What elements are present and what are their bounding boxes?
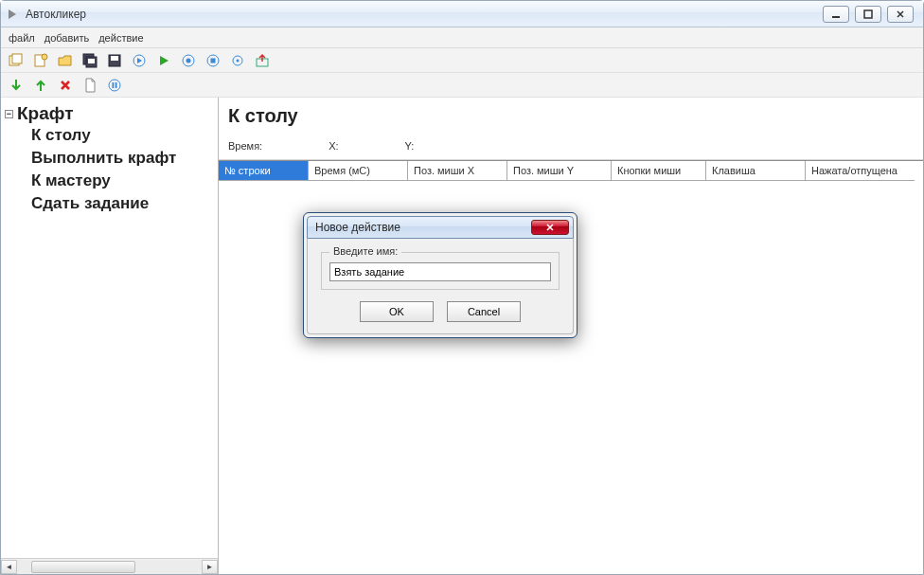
tree-item[interactable]: К мастеру: [31, 170, 214, 192]
minimize-button[interactable]: [823, 6, 849, 23]
scroll-right-icon[interactable]: ►: [202, 560, 218, 574]
scroll-track[interactable]: [17, 560, 202, 574]
document-icon[interactable]: [80, 76, 99, 95]
svg-rect-23: [113, 82, 115, 88]
menu-add[interactable]: добавить: [44, 32, 89, 44]
save-all-icon[interactable]: [80, 51, 99, 70]
svg-marker-13: [137, 58, 142, 63]
titlebar: Автокликер: [1, 1, 923, 27]
delete-icon[interactable]: [56, 76, 75, 95]
grid-header-row: № строки Время (мС) Поз. миши X Поз. миш…: [219, 161, 923, 181]
app-icon: [7, 8, 20, 21]
new-action-dialog: Новое действие Введите имя: OK Cancel: [303, 212, 578, 338]
run-icon[interactable]: [154, 51, 173, 70]
svg-marker-14: [160, 56, 169, 65]
svg-rect-24: [116, 82, 117, 88]
dialog-titlebar[interactable]: Новое действие: [307, 216, 574, 239]
menu-action[interactable]: действие: [98, 32, 143, 44]
svg-point-20: [237, 59, 240, 62]
pause-icon[interactable]: [105, 76, 124, 95]
content-title: К столу: [228, 105, 914, 127]
record-icon[interactable]: [179, 51, 198, 70]
export-icon[interactable]: [253, 51, 272, 70]
arrow-up-icon[interactable]: [31, 76, 50, 95]
maximize-button[interactable]: [855, 6, 881, 23]
svg-point-22: [109, 80, 120, 91]
menu-file[interactable]: файл: [9, 32, 35, 44]
svg-rect-11: [111, 56, 118, 61]
col-header-time[interactable]: Время (мС): [309, 161, 408, 181]
dialog-close-button[interactable]: [531, 220, 569, 235]
window-controls: [823, 6, 914, 23]
close-button[interactable]: [887, 6, 914, 23]
col-header-mouse-buttons[interactable]: Кнопки миши: [612, 161, 706, 181]
dialog-fieldset: Введите имя:: [321, 252, 560, 290]
col-header-state[interactable]: Нажата/отпущена: [806, 161, 915, 181]
menubar: файл добавить действие: [1, 27, 923, 48]
scroll-thumb[interactable]: [31, 561, 135, 573]
sidebar: − Крафт К столу Выполнить крафт К мастер…: [1, 98, 219, 574]
open-icon[interactable]: [56, 51, 75, 70]
save-icon[interactable]: [105, 51, 124, 70]
svg-rect-1: [832, 16, 840, 18]
col-header-key[interactable]: Клавиша: [706, 161, 806, 181]
dialog-body: Введите имя: OK Cancel: [307, 239, 574, 334]
scroll-left-icon[interactable]: ◄: [1, 560, 17, 574]
svg-point-16: [187, 58, 191, 63]
play-icon[interactable]: [130, 51, 149, 70]
tree-root[interactable]: − Крафт: [5, 103, 214, 124]
tree-item[interactable]: Сдать задание: [31, 192, 214, 215]
tree: − Крафт К столу Выполнить крафт К мастер…: [1, 98, 218, 558]
horizontal-scrollbar[interactable]: ◄ ►: [1, 558, 218, 574]
tree-children: К столу Выполнить крафт К мастеру Сдать …: [5, 124, 214, 215]
col-header-posx[interactable]: Поз. миши X: [408, 161, 507, 181]
tree-root-label: Крафт: [17, 103, 73, 124]
window-title: Автокликер: [26, 8, 823, 21]
dialog-title: Новое действие: [315, 221, 400, 234]
info-row: Время: X: Y:: [228, 140, 914, 155]
ok-button[interactable]: OK: [360, 301, 434, 322]
svg-marker-0: [9, 9, 16, 19]
y-label: Y:: [405, 140, 415, 152]
tree-expander-icon[interactable]: −: [5, 110, 13, 118]
target-icon[interactable]: [228, 51, 247, 70]
tree-item[interactable]: К столу: [31, 124, 214, 147]
dialog-prompt: Введите имя:: [329, 245, 401, 257]
tree-item[interactable]: Выполнить крафт: [31, 147, 214, 170]
svg-rect-9: [88, 59, 95, 63]
toolbar-primary: [1, 48, 923, 73]
dialog-buttons: OK Cancel: [321, 301, 560, 322]
toolbar-secondary: [1, 73, 923, 98]
arrow-down-icon[interactable]: [7, 76, 26, 95]
svg-rect-2: [864, 10, 872, 18]
svg-rect-18: [211, 58, 216, 63]
stop-icon[interactable]: [204, 51, 222, 70]
svg-point-6: [42, 54, 47, 60]
cancel-button[interactable]: Cancel: [447, 301, 521, 322]
name-input[interactable]: [329, 262, 551, 281]
new-doc-icon[interactable]: [31, 51, 50, 70]
data-grid: № строки Время (мС) Поз. миши X Поз. миш…: [219, 160, 923, 181]
col-header-row-num[interactable]: № строки: [219, 161, 309, 181]
x-label: X:: [329, 140, 338, 152]
col-header-posy[interactable]: Поз. миши Y: [507, 161, 612, 181]
new-window-icon[interactable]: [7, 51, 26, 70]
time-label: Время:: [228, 140, 262, 152]
content-header: К столу Время: X: Y:: [219, 98, 923, 160]
svg-rect-4: [12, 54, 22, 63]
